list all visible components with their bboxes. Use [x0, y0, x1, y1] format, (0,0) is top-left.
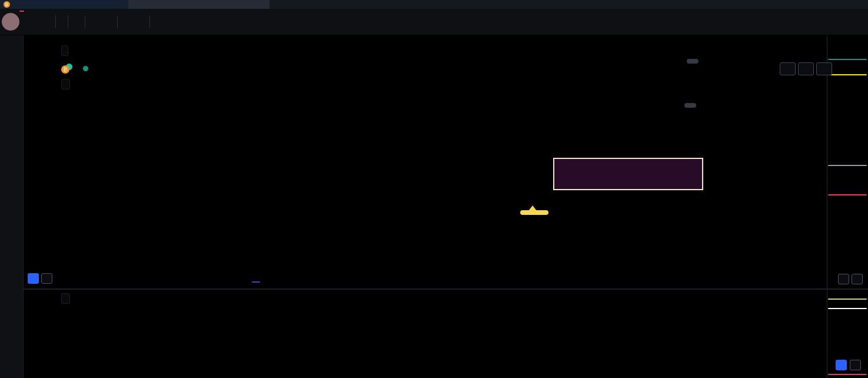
toolbar-divider	[68, 15, 68, 28]
log-scale-button[interactable]	[41, 273, 52, 284]
osc-log-scale-button[interactable]	[850, 360, 861, 370]
tab-bar-empty	[270, 0, 868, 9]
tab-active[interactable]: ₿	[0, 0, 128, 9]
notification-badge	[19, 11, 24, 12]
indicator-price-badge-gray	[828, 165, 867, 166]
scroll-down-button[interactable]	[798, 62, 814, 75]
oscillator-canvas[interactable]	[24, 290, 827, 378]
indicator-price-badge	[828, 59, 867, 60]
measure-tooltip-up	[687, 59, 699, 64]
indicator-price-badge-red	[828, 194, 867, 195]
osc-auto-scale-button[interactable]	[836, 360, 847, 370]
main-toolbar	[0, 9, 868, 35]
last-price-badge	[828, 74, 867, 75]
price-axis-border	[827, 35, 827, 378]
user-menu[interactable]	[2, 12, 22, 32]
drawing-sidebar	[0, 35, 24, 378]
stoch-indicator-badge[interactable]	[252, 281, 260, 283]
measure-tooltip-down	[684, 103, 696, 108]
auto-scale-button-right[interactable]	[838, 274, 849, 284]
toolbar-divider	[149, 15, 150, 28]
bitcoin-favicon: ₿	[4, 1, 10, 8]
toolbar-divider	[117, 15, 118, 28]
maximize-pane-button[interactable]	[816, 62, 832, 75]
osc-value-badge-white	[828, 308, 867, 309]
tab-new[interactable]	[128, 0, 270, 9]
layout-grid-button[interactable]	[105, 19, 113, 24]
toolbar-divider	[85, 15, 85, 28]
osc-value-badge-red	[828, 374, 867, 375]
osc-value-badge-yellow	[828, 299, 867, 300]
trading-terminal: ₿	[0, 0, 868, 378]
redo-button[interactable]	[162, 19, 171, 24]
log-scale-button-right[interactable]	[852, 274, 863, 284]
chart-style-button[interactable]	[72, 19, 81, 24]
timeframe-menu-button[interactable]	[60, 19, 64, 24]
compare-add-button[interactable]	[43, 19, 51, 24]
auto-scale-button[interactable]	[28, 273, 39, 284]
scroll-up-button[interactable]	[780, 62, 796, 75]
undo-button[interactable]	[154, 19, 162, 24]
browser-tab-bar: ₿	[0, 0, 868, 9]
toolbar-divider	[55, 15, 56, 28]
symbol-search-button[interactable]	[31, 19, 43, 24]
replay-button[interactable]	[134, 19, 145, 24]
indicators-button[interactable]	[89, 19, 101, 24]
avatar[interactable]	[2, 13, 19, 31]
rectangle-drawing[interactable]	[553, 158, 703, 190]
macd-signal-bubble[interactable]	[520, 210, 548, 215]
main-chart-canvas[interactable]	[24, 35, 827, 289]
alert-button[interactable]	[122, 19, 134, 24]
